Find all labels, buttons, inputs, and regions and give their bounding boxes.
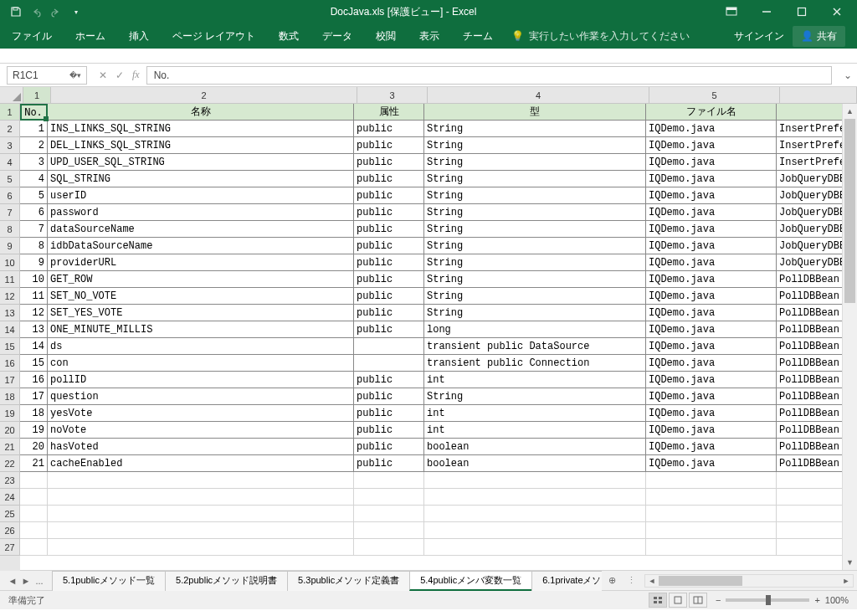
cell[interactable]: providerURL [48,254,354,271]
cancel-formula-icon[interactable]: ✕ [99,69,107,81]
page-layout-view-icon[interactable] [669,593,687,608]
header-cell[interactable]: No. [20,104,48,121]
cell[interactable]: String [424,137,646,154]
zoom-out-button[interactable]: − [716,595,721,605]
cell[interactable]: public [354,455,424,472]
save-icon[interactable] [8,4,23,19]
hscroll-thumb[interactable] [659,576,742,586]
cell[interactable]: IQDemo.java [646,121,777,137]
cell[interactable]: 18 [20,405,48,422]
cell[interactable]: public [354,121,424,137]
col-header-5[interactable]: 5 [649,87,780,104]
cell[interactable]: String [424,305,646,321]
cell[interactable]: public [354,288,424,305]
cell[interactable]: cacheEnabled [48,455,354,472]
cell[interactable]: String [424,121,646,137]
tab-team[interactable]: チーム [451,23,505,49]
cell[interactable]: yesVote [48,405,354,422]
cell[interactable] [646,522,777,539]
cell[interactable]: String [424,238,646,254]
cell[interactable]: IQDemo.java [646,338,777,355]
cell[interactable]: public [354,405,424,422]
cell[interactable] [20,539,48,556]
cell[interactable]: 21 [20,455,48,472]
cell[interactable]: UPD_USER_SQL_STRING [48,154,354,171]
horizontal-scrollbar[interactable]: ◄ ► [644,574,854,588]
cell[interactable]: String [424,288,646,305]
normal-view-icon[interactable] [649,593,667,608]
cell[interactable]: noVote [48,422,354,439]
cell[interactable]: SET_YES_VOTE [48,305,354,321]
cell[interactable]: IQDemo.java [646,204,777,221]
cell[interactable]: boolean [424,439,646,455]
row-header[interactable]: 14 [0,321,20,338]
cell[interactable]: IQDemo.java [646,405,777,422]
col-header-2[interactable]: 2 [51,87,357,104]
cell[interactable]: 8 [20,238,48,254]
row-header[interactable]: 22 [0,455,20,472]
sign-in-link[interactable]: サインイン [734,29,784,44]
cell[interactable] [354,355,424,372]
cell[interactable] [354,338,424,355]
zoom-value[interactable]: 100% [825,595,849,605]
qat-dropdown-icon[interactable]: ▾ [69,4,84,19]
header-cell[interactable]: 属性 [354,104,424,121]
cell[interactable]: int [424,422,646,439]
cell[interactable]: SET_NO_VOTE [48,288,354,305]
cell[interactable] [48,489,354,506]
cell[interactable]: 17 [20,388,48,405]
row-header[interactable]: 5 [0,171,20,187]
col-header-4[interactable]: 4 [428,87,649,104]
sheet-tab[interactable]: 6.1privateメソッド... [531,571,602,591]
scroll-left-icon[interactable]: ◄ [645,575,659,587]
cell[interactable]: 9 [20,254,48,271]
cell[interactable]: con [48,355,354,372]
tab-formulas[interactable]: 数式 [267,23,310,49]
cell[interactable]: 20 [20,439,48,455]
cell[interactable]: public [354,154,424,171]
cell[interactable]: IQDemo.java [646,254,777,271]
row-header[interactable]: 6 [0,187,20,204]
expand-formula-icon[interactable]: ⌄ [839,69,857,81]
select-all-corner[interactable] [0,87,23,104]
row-header[interactable]: 4 [0,154,20,171]
zoom-slider[interactable] [726,598,809,602]
row-header[interactable]: 15 [0,338,20,355]
cell[interactable]: public [354,271,424,288]
enter-formula-icon[interactable]: ✓ [115,69,124,81]
cell[interactable]: String [424,254,646,271]
cell[interactable]: IQDemo.java [646,238,777,254]
cell[interactable]: int [424,372,646,388]
cell[interactable] [646,506,777,522]
row-header[interactable]: 18 [0,388,20,405]
cell[interactable]: pollID [48,372,354,388]
cell[interactable]: IQDemo.java [646,171,777,187]
cell[interactable] [48,539,354,556]
row-header[interactable]: 17 [0,372,20,388]
col-header-6[interactable] [780,87,857,104]
cell[interactable]: IQDemo.java [646,288,777,305]
cell[interactable]: 15 [20,355,48,372]
row-header[interactable]: 27 [0,539,20,556]
share-button[interactable]: 👤 共有 [793,26,845,47]
cell[interactable] [48,522,354,539]
formula-input[interactable]: No. [146,66,832,85]
cell[interactable]: IQDemo.java [646,321,777,338]
zoom-in-button[interactable]: + [814,595,819,605]
chevron-down-icon[interactable]: �▾ [69,71,81,80]
scroll-right-icon[interactable]: ► [839,575,853,587]
header-cell[interactable]: 名称 [48,104,354,121]
cell[interactable]: 11 [20,288,48,305]
cell[interactable]: public [354,321,424,338]
cell[interactable]: IQDemo.java [646,439,777,455]
cell[interactable]: public [354,204,424,221]
cell[interactable]: IQDemo.java [646,388,777,405]
cell[interactable] [354,506,424,522]
page-break-view-icon[interactable] [689,593,707,608]
sheet-tab[interactable]: 5.2publicメソッド説明書 [165,571,288,591]
cell[interactable]: IQDemo.java [646,305,777,321]
cell[interactable]: boolean [424,455,646,472]
cell[interactable]: hasVoted [48,439,354,455]
cell[interactable]: 12 [20,305,48,321]
cell[interactable] [424,472,646,489]
